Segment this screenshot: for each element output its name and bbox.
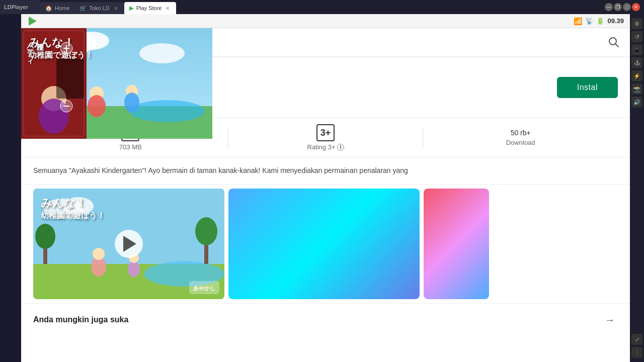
search-button[interactable] — [606, 34, 622, 50]
sidebar-icon-volume[interactable]: 🔊 — [631, 97, 642, 108]
downloads-value: 50 rb+ — [511, 129, 531, 137]
rating-value: Rating 3+ — [307, 143, 336, 151]
title-bar: LDPlayer 🏠 Home 🛒 Toko LD ✕ ▶ Play Store… — [0, 0, 644, 14]
svg-point-26 — [195, 217, 217, 245]
sidebar-icon-phone[interactable]: 📱 — [631, 44, 642, 55]
svg-point-29 — [128, 261, 140, 277]
tab-play-store-label: Play Store — [136, 5, 162, 11]
screenshot-3[interactable]: 推理パーティ — [424, 189, 489, 299]
sidebar-icon-camera[interactable]: 📸 — [631, 83, 642, 95]
tab-toko-ld-close[interactable]: ✕ — [112, 5, 119, 12]
app-logo: LDPlayer — [0, 0, 40, 14]
size-value: 703 MB — [119, 143, 142, 151]
stat-rating: 3+ Rating 3+ ℹ — [228, 124, 423, 151]
screenshot-2[interactable]: みんな！ 幼稚園で遊ぼう！ あやかし — [228, 189, 420, 299]
tab-toko-ld-icon: 🛒 — [79, 5, 87, 12]
svg-point-24 — [35, 224, 55, 249]
title-bar-left: LDPlayer 🏠 Home 🛒 Toko LD ✕ ▶ Play Store… — [0, 0, 176, 14]
description-text: Semuanya "Ayakashi Kindergarten"! Ayo be… — [33, 165, 618, 176]
sidebar-icon-resize[interactable]: ⤢ — [631, 334, 642, 345]
signal-icon: 📡 — [585, 17, 593, 25]
tabs-bar: 🏠 Home 🛒 Toko LD ✕ ▶ Play Store ✕ — [40, 0, 176, 14]
screenshots-container: みんな！ 幼稚園で遊ぼう！ あやかし — [21, 189, 630, 299]
recommendation-section: Anda mungkin juga suka → — [21, 304, 630, 336]
wifi-icon: 📶 — [574, 17, 582, 25]
play-store-logo-icon — [27, 16, 38, 27]
app-name-label: LDPlayer — [4, 4, 28, 10]
recommendation-arrow[interactable]: → — [602, 312, 618, 328]
sidebar-icon-refresh[interactable]: ↺ — [631, 31, 642, 42]
close-button[interactable]: ✕ — [632, 3, 640, 11]
tab-home[interactable]: 🏠 Home — [40, 2, 74, 14]
sidebar-icon-more[interactable]: ⋮ — [631, 347, 642, 358]
svg-marker-0 — [29, 17, 37, 26]
tab-home-icon: 🏠 — [45, 5, 52, 12]
sidebar-icon-gamepad[interactable]: 🕹 — [631, 57, 642, 68]
screenshot-1[interactable]: みんな！ 幼稚園で遊ぼう！ あやかし — [33, 189, 224, 299]
description-section: Semuanya "Ayakashi Kindergarten"! Ayo be… — [21, 157, 630, 185]
minimize-button[interactable]: — — [605, 3, 613, 11]
rating-info-icon[interactable]: ℹ — [337, 144, 344, 151]
main-content: ← hyakkinder — [21, 28, 630, 362]
tab-play-store-close[interactable]: ✕ — [164, 5, 171, 12]
screenshots-section: みんな！ 幼稚園で遊ぼう！ あやかし — [21, 185, 630, 304]
tab-toko-ld-label: Toko LD — [89, 5, 109, 11]
svg-point-28 — [93, 248, 105, 260]
tab-play-store-icon: ▶ — [129, 5, 134, 12]
install-button[interactable]: Instal — [557, 77, 618, 98]
sidebar-icon-settings[interactable]: ⚙ — [631, 18, 642, 29]
window-controls: — ❐ □ ✕ — [605, 3, 644, 11]
video-play-button[interactable] — [115, 230, 143, 258]
restore-button[interactable]: ❐ — [614, 3, 622, 11]
svg-line-2 — [615, 44, 618, 47]
status-right: 📶 📡 🔋 09.39 — [574, 17, 624, 25]
recommendation-title: Anda mungkin juga suka — [33, 315, 602, 324]
tab-home-label: Home — [55, 5, 69, 11]
right-sidebar: ⚙ ↺ 📱 🕹 ⚡ 📸 🔊 ⤢ ⋮ — [630, 14, 644, 362]
battery-icon: 🔋 — [596, 17, 604, 25]
time-display: 09.39 — [607, 17, 624, 25]
rating-icon: 3+ — [316, 124, 335, 141]
tab-play-store[interactable]: ▶ Play Store ✕ — [124, 2, 177, 14]
maximize-button[interactable]: □ — [623, 3, 631, 11]
tab-toko-ld[interactable]: 🛒 Toko LD ✕ — [74, 2, 124, 14]
sidebar-icon-lightning[interactable]: ⚡ — [631, 70, 642, 81]
downloads-label: Download — [506, 139, 535, 146]
stat-downloads: 50 rb+ Download — [423, 129, 618, 146]
status-bar: 📶 📡 🔋 09.39 — [21, 14, 630, 28]
